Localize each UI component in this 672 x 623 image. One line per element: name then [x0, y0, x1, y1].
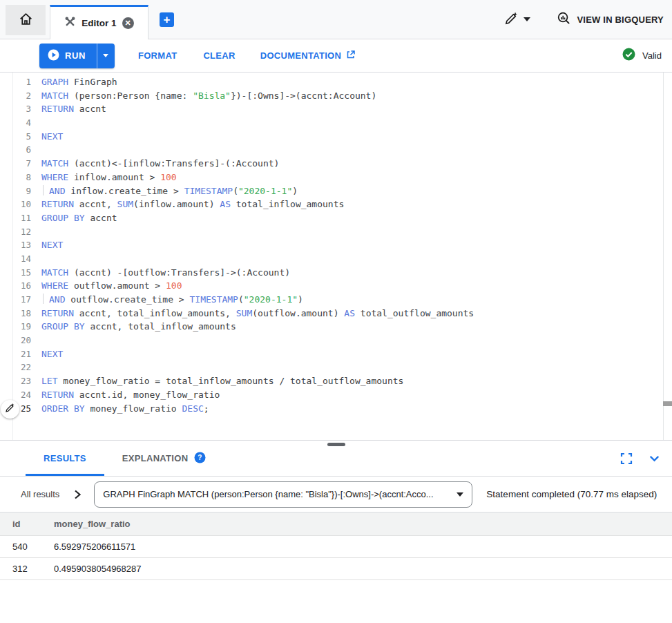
line-number: 3 — [0, 102, 41, 116]
code-line[interactable]: 21NEXT — [0, 347, 672, 361]
line-number: 5 — [0, 130, 41, 144]
code-line[interactable]: 13NEXT — [0, 238, 672, 252]
code-line[interactable]: 9AND inflow.create_time > TIMESTAMP("202… — [0, 184, 672, 198]
run-label: RUN — [65, 50, 86, 61]
code-line[interactable]: 22 — [0, 361, 672, 374]
line-number: 10 — [0, 198, 41, 211]
code-line[interactable]: 14 — [0, 252, 672, 266]
code-line[interactable]: 12 — [0, 225, 672, 239]
add-tab-button[interactable]: + — [160, 12, 174, 27]
code-text — [41, 252, 672, 266]
code-line[interactable]: 11GROUP BY accnt — [0, 211, 672, 225]
results-table: idmoney_flow_ratio 5406.5929752066115713… — [0, 512, 672, 580]
code-line[interactable]: 2MATCH (person:Person {name: "Bisla"})-[… — [0, 89, 672, 103]
indent-guide — [43, 294, 49, 304]
column-header-money_flow_ratio: money_flow_ratio — [41, 512, 672, 535]
code-line[interactable]: 19GROUP BY accnt, total_inflow_amounts — [0, 320, 672, 334]
fullscreen-icon[interactable] — [620, 452, 633, 465]
line-number: 21 — [0, 347, 41, 361]
documentation-link[interactable]: DOCUMENTATION — [260, 50, 356, 61]
line-number: 20 — [0, 334, 41, 347]
results-tab-label: RESULTS — [44, 453, 86, 463]
code-line[interactable]: 5NEXT — [0, 130, 672, 144]
code-line[interactable]: 18RETURN accnt, total_inflow_amounts, SU… — [0, 307, 672, 320]
clear-button[interactable]: CLEAR — [203, 50, 235, 61]
table-row[interactable]: 3120.4959038054968287 — [0, 557, 672, 579]
statement-select-dropdown[interactable]: GRAPH FinGraph MATCH (person:Person {nam… — [94, 481, 472, 508]
tab-results[interactable]: RESULTS — [26, 441, 104, 476]
run-button[interactable]: RUN — [39, 44, 97, 68]
all-results-label: All results — [21, 489, 59, 499]
close-tab-icon[interactable]: ✕ — [122, 17, 134, 29]
line-number: 19 — [0, 320, 41, 334]
tabbar-right-actions: VIEW IN BIGQUERY — [504, 11, 664, 28]
explanation-tab-label: EXPLANATION — [122, 453, 189, 463]
code-line[interactable]: 7MATCH (accnt)<-[inflow:Transfers]-(:Acc… — [0, 157, 672, 171]
chevron-right-icon[interactable] — [72, 489, 83, 500]
line-number: 12 — [0, 225, 41, 239]
statement-status: Statement completed (70.77 ms elapsed) — [486, 489, 657, 499]
code-line[interactable]: 4 — [0, 116, 672, 130]
table-row[interactable]: 5406.592975206611571 — [0, 535, 672, 557]
line-number: 22 — [0, 361, 41, 374]
code-text: GROUP BY accnt — [41, 211, 672, 225]
column-header-id: id — [0, 512, 41, 535]
external-link-icon — [346, 50, 356, 61]
line-number: 23 — [0, 374, 41, 388]
view-in-bigquery-button[interactable]: VIEW IN BIGQUERY — [557, 11, 664, 28]
code-text: RETURN accnt.id, money_flow_ratio — [41, 388, 672, 402]
line-number: 15 — [0, 266, 41, 280]
format-button[interactable]: FORMAT — [138, 50, 177, 61]
code-text — [41, 225, 672, 239]
code-line[interactable]: 15MATCH (accnt) -[outflow:Transfers]->(:… — [0, 266, 672, 280]
code-line[interactable]: 3RETURN accnt — [0, 102, 672, 116]
code-text: AND inflow.create_time > TIMESTAMP("2020… — [41, 184, 672, 198]
code-text: GRAPH FinGraph — [41, 75, 672, 89]
results-panel: RESULTS EXPLANATION ? All results — [0, 441, 672, 580]
code-line[interactable]: 17AND outflow.create_time > TIMESTAMP("2… — [0, 293, 672, 307]
run-options-dropdown[interactable] — [97, 44, 115, 68]
code-line[interactable]: 20 — [0, 334, 672, 347]
query-toolbar: RUN FORMAT CLEAR DOCUMENTATION Valid — [0, 39, 672, 73]
selected-statement-text: GRAPH FinGraph MATCH (person:Person {nam… — [103, 489, 451, 499]
code-text: WHERE outflow.amount > 100 — [41, 279, 672, 293]
magic-edit-menu[interactable] — [504, 11, 530, 28]
gemini-assist-button[interactable] — [1, 400, 19, 419]
help-icon[interactable]: ? — [194, 452, 206, 466]
line-number: 11 — [0, 211, 41, 225]
panel-actions — [620, 441, 661, 476]
home-tab-button[interactable] — [6, 5, 46, 35]
panel-drag-handle[interactable] — [327, 443, 345, 446]
code-text — [41, 361, 672, 374]
code-text: AND outflow.create_time > TIMESTAMP("202… — [41, 293, 672, 307]
pen-sparkle-icon — [5, 403, 15, 416]
code-line[interactable]: 24RETURN accnt.id, money_flow_ratio — [0, 388, 672, 402]
documentation-label: DOCUMENTATION — [260, 50, 342, 61]
validation-status: Valid — [622, 48, 662, 64]
code-line[interactable]: 1GRAPH FinGraph — [0, 75, 672, 89]
code-editor[interactable]: 1GRAPH FinGraph2MATCH (person:Person {na… — [0, 73, 672, 441]
code-line[interactable]: 16WHERE outflow.amount > 100 — [0, 279, 672, 293]
dropdown-caret-icon — [457, 492, 463, 497]
code-text: RETURN accnt, SUM(inflow.amount) AS tota… — [41, 198, 672, 211]
code-line[interactable]: 8WHERE inflow.amount > 100 — [0, 171, 672, 184]
tab-explanation[interactable]: EXPLANATION ? — [104, 441, 224, 476]
code-text — [41, 334, 672, 347]
table-body: 5406.5929752066115713120.495903805496828… — [0, 535, 672, 579]
code-line[interactable]: 23LET money_flow_ratio = total_inflow_am… — [0, 374, 672, 388]
scrollbar-thumb[interactable] — [663, 401, 672, 406]
play-circle-icon — [48, 49, 59, 63]
editor-scrollbar[interactable] — [663, 73, 672, 440]
code-text: WHERE inflow.amount > 100 — [41, 171, 672, 184]
code-text: NEXT — [41, 238, 672, 252]
code-text: RETURN accnt, total_inflow_amounts, SUM(… — [41, 307, 672, 320]
code-line[interactable]: 6 — [0, 143, 672, 157]
clear-label: CLEAR — [203, 50, 235, 61]
gutter-divider — [12, 73, 13, 440]
table-header-row: idmoney_flow_ratio — [0, 512, 672, 535]
collapse-panel-icon[interactable] — [648, 452, 661, 465]
code-line[interactable]: 10RETURN accnt, SUM(inflow.amount) AS to… — [0, 198, 672, 211]
code-line[interactable]: 25ORDER BY money_flow_ratio DESC; — [0, 402, 672, 416]
line-number: 18 — [0, 307, 41, 320]
tab-editor-1[interactable]: Editor 1 ✕ — [50, 5, 148, 39]
